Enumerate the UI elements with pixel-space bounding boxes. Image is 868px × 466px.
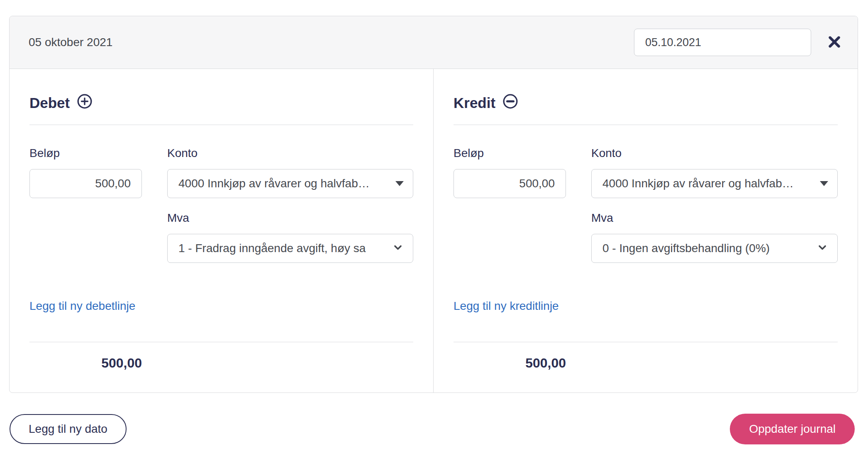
debit-account-value: 4000 Innkjøp av råvarer og halvfab…: [178, 177, 390, 190]
credit-title: Kredit: [454, 95, 495, 111]
date-header: 05 oktober 2021: [10, 16, 858, 69]
credit-amount-label: Beløp: [454, 147, 566, 160]
update-journal-button[interactable]: Oppdater journal: [730, 414, 855, 444]
credit-amount-field: Beløp: [454, 147, 566, 263]
debit-title-row: Debet: [29, 93, 413, 113]
minus-circle-icon[interactable]: [502, 93, 519, 113]
credit-fields-row: Beløp Konto 4000 Innkjøp av råvarer og h…: [454, 147, 838, 263]
credit-vat-label: Mva: [591, 211, 838, 225]
caret-down-icon: [820, 181, 828, 186]
date-input[interactable]: [634, 29, 811, 56]
add-credit-line-link[interactable]: Legg til ny kreditlinje: [454, 299, 559, 313]
debit-vat-label: Mva: [167, 211, 413, 225]
debit-amount-label: Beløp: [29, 147, 142, 160]
debit-title: Debet: [29, 95, 70, 111]
caret-down-icon: [395, 181, 404, 186]
close-x-icon: [827, 34, 842, 51]
debit-column: Debet Beløp Konto: [10, 69, 434, 392]
header-right-group: [634, 29, 844, 56]
debit-vat-select[interactable]: 1 - Fradrag inngående avgift, høy sa: [167, 234, 413, 263]
chevron-down-icon: [392, 242, 404, 255]
debit-total-divider: [29, 342, 413, 342]
credit-total: 500,00: [454, 356, 566, 371]
credit-title-divider: [454, 125, 838, 125]
close-button[interactable]: [825, 33, 844, 52]
debit-amount-field: Beløp: [29, 147, 142, 263]
credit-total-divider: [454, 342, 838, 342]
credit-vat-select[interactable]: 0 - Ingen avgiftsbehandling (0%): [591, 234, 838, 263]
credit-vat-value: 0 - Ingen avgiftsbehandling (0%): [602, 242, 811, 255]
date-heading: 05 oktober 2021: [29, 36, 112, 49]
debit-amount-input[interactable]: [29, 169, 142, 198]
debit-vat-field: Mva 1 - Fradrag inngående avgift, høy sa: [167, 211, 413, 263]
footer-actions: Legg til ny dato Oppdater journal: [10, 414, 855, 444]
credit-amount-input[interactable]: [454, 169, 566, 198]
plus-circle-icon[interactable]: [76, 93, 93, 113]
debit-fields-row: Beløp Konto 4000 Innkjøp av råvarer og h…: [29, 147, 413, 263]
debit-total: 500,00: [29, 356, 142, 371]
credit-column: Kredit Beløp Konto 4000 Innkjøp: [434, 69, 858, 392]
journal-columns: Debet Beløp Konto: [10, 69, 858, 392]
debit-account-vat-stack: Konto 4000 Innkjøp av råvarer og halvfab…: [167, 147, 413, 263]
debit-account-select[interactable]: 4000 Innkjøp av råvarer og halvfab…: [167, 169, 413, 198]
debit-account-label: Konto: [167, 147, 413, 160]
credit-account-label: Konto: [591, 147, 838, 160]
add-date-button[interactable]: Legg til ny dato: [10, 414, 127, 444]
add-debit-line-link[interactable]: Legg til ny debetlinje: [29, 299, 135, 313]
chevron-down-icon: [817, 242, 828, 255]
credit-account-select[interactable]: 4000 Innkjøp av råvarer og halvfab…: [591, 169, 838, 198]
debit-vat-value: 1 - Fradrag inngående avgift, høy sa: [178, 242, 386, 255]
debit-title-divider: [29, 125, 413, 125]
credit-account-vat-stack: Konto 4000 Innkjøp av råvarer og halvfab…: [591, 147, 838, 263]
credit-account-value: 4000 Innkjøp av råvarer og halvfab…: [602, 177, 814, 190]
credit-vat-field: Mva 0 - Ingen avgiftsbehandling (0%): [591, 211, 838, 263]
credit-title-row: Kredit: [454, 93, 838, 113]
journal-entry-panel: 05 oktober 2021 Debet: [9, 16, 858, 393]
